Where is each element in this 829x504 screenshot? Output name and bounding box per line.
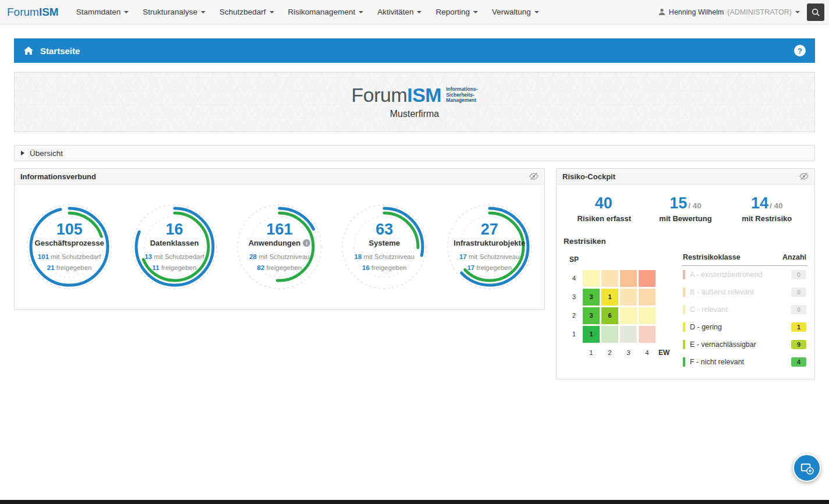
donut-text: 161Anwendungeni28 mit Schutzniveau82 fre… xyxy=(228,221,331,273)
user-menu[interactable]: Henning Wilhelm (ADMINISTRATOR) xyxy=(658,8,800,16)
breadcrumb-bar: Startseite ? xyxy=(14,38,815,63)
app-logo[interactable]: ForumISM xyxy=(7,6,59,19)
chevron-down-icon xyxy=(124,11,129,13)
help-button[interactable]: ? xyxy=(794,45,806,56)
navbar-right: Henning Wilhelm (ADMINISTRATOR) xyxy=(658,3,824,21)
info-icon[interactable]: i xyxy=(303,239,310,247)
matrix-x-tick: 2 xyxy=(601,349,618,356)
chevron-down-icon xyxy=(201,11,206,13)
donut-geschaeftsprozesse[interactable]: 105Geschäftsprozesse101 mit Schutzbedarf… xyxy=(17,195,121,299)
quick-add-button[interactable] xyxy=(793,454,821,482)
menu-verwaltung[interactable]: Verwaltung xyxy=(485,0,546,24)
matrix-cell[interactable] xyxy=(583,270,600,287)
informationsverbund-header: Informationsverbund xyxy=(15,169,544,184)
matrix-cell[interactable]: 3 xyxy=(583,307,600,324)
matrix-cell[interactable] xyxy=(620,307,637,324)
legend-label: F - nicht relevant xyxy=(690,358,787,366)
menu-risikomanagement[interactable]: Risikomanagement xyxy=(281,0,371,24)
donut-name: Infrastrukturobjekte xyxy=(438,239,541,247)
donut-line1: 28 mit Schutzniveau xyxy=(228,251,331,262)
matrix-cell[interactable] xyxy=(639,270,656,287)
donut-name: Systeme xyxy=(332,239,436,247)
matrix-cell[interactable] xyxy=(601,270,618,287)
risiko-cockpit-header: Risiko-Cockpit xyxy=(557,169,814,184)
matrix-cell[interactable]: 1 xyxy=(601,289,618,306)
donut-infrastrukturobjekte[interactable]: 27Infrastrukturobjekte17 mit Schutznivea… xyxy=(438,195,541,299)
matrix-cell[interactable] xyxy=(620,326,637,343)
matrix-cell[interactable]: 6 xyxy=(601,307,618,324)
legend-count-badge: 0 xyxy=(791,270,806,279)
menu-schutzbedarf[interactable]: Schutzbedarf xyxy=(212,0,281,24)
overview-toggle[interactable]: Übersicht xyxy=(14,145,815,161)
legend-label: E - vernachlässigbar xyxy=(690,340,787,349)
matrix-y-axis-label: SP xyxy=(567,255,581,264)
informationsverbund-title: Informationsverbund xyxy=(20,172,96,181)
window-plus-icon xyxy=(799,461,814,475)
matrix-cell[interactable] xyxy=(620,270,637,287)
donut-systeme[interactable]: 63Systeme18 mit Schutzniveau16 freigegeb… xyxy=(332,195,436,299)
risk-matrix-area: SP4331236111234EW Restrisikoklasse Anzah… xyxy=(564,251,807,371)
home-icon[interactable] xyxy=(23,46,34,55)
stat-value: 40 xyxy=(595,194,612,212)
risk-matrix: SP4331236111234EW xyxy=(567,251,674,371)
donut-line2: 16 freigegeben xyxy=(332,262,436,273)
user-icon xyxy=(658,8,665,16)
overview-label: Übersicht xyxy=(30,149,63,158)
legend-count-badge: 1 xyxy=(791,322,806,332)
hide-panel-button[interactable] xyxy=(529,172,539,180)
donut-line1: 13 mit Schutzbedarf xyxy=(123,251,226,262)
matrix-cell[interactable]: 3 xyxy=(583,289,600,306)
donut-total: 105 xyxy=(17,221,121,239)
menu-reporting[interactable]: Reporting xyxy=(428,0,485,24)
top-navbar: ForumISM StammdatenStrukturanalyseSchutz… xyxy=(0,0,829,24)
menu-label: Strukturanalyse xyxy=(143,8,197,16)
donut-total: 16 xyxy=(123,221,226,239)
company-name: Musterfirma xyxy=(390,109,439,119)
donut-name: Datenklassen xyxy=(123,239,226,247)
legend-row: A - existenzbedrohend0 xyxy=(682,266,807,283)
menu-label: Reporting xyxy=(435,8,470,16)
collapse-arrow-icon xyxy=(21,151,24,155)
tagline-line: Management xyxy=(446,98,477,104)
matrix-y-tick: 3 xyxy=(567,293,581,300)
matrix-cell[interactable] xyxy=(639,326,656,343)
legend-color-bar xyxy=(683,305,685,314)
stat-suffix: / 40 xyxy=(770,201,783,210)
matrix-cell[interactable]: 1 xyxy=(583,326,600,343)
donut-anwendungen[interactable]: 161Anwendungeni28 mit Schutzniveau82 fre… xyxy=(228,195,331,299)
legend-header: Restrisikoklasse Anzahl xyxy=(682,252,807,266)
matrix-cell[interactable] xyxy=(639,289,656,306)
matrix-cell[interactable] xyxy=(639,307,656,324)
menu-label: Risikomanagement xyxy=(288,8,356,16)
search-icon xyxy=(811,8,820,17)
hide-panel-button[interactable] xyxy=(799,172,809,180)
search-button[interactable] xyxy=(807,3,824,21)
user-role: (ADMINISTRATOR) xyxy=(727,8,792,16)
legend-rows: A - existenzbedrohend0B - äußerst releva… xyxy=(682,266,807,371)
menu-label: Schutzbedarf xyxy=(219,8,266,16)
hero-brand: ForumISM Informations- Sicherheits- Mana… xyxy=(352,85,478,105)
donut-text: 16Datenklassen13 mit Schutzbedarf11 frei… xyxy=(123,221,226,273)
donut-row: 105Geschäftsprozesse101 mit Schutzbedarf… xyxy=(15,184,544,309)
legend-row: D - gering1 xyxy=(682,318,807,336)
legend-count-badge: 0 xyxy=(791,305,806,314)
donut-text: 105Geschäftsprozesse101 mit Schutzbedarf… xyxy=(17,221,121,273)
matrix-cell[interactable] xyxy=(620,289,637,306)
stat-label: mit Restrisiko xyxy=(726,214,807,223)
bottom-bar xyxy=(0,500,829,504)
menu-aktivitäten[interactable]: Aktivitäten xyxy=(370,0,428,24)
legend-label: C - relevant xyxy=(690,306,787,314)
legend-count-badge: 4 xyxy=(791,357,806,367)
matrix-y-tick: 1 xyxy=(567,331,581,338)
donut-line2: 11 freigegeben xyxy=(123,262,226,273)
menu-stammdaten[interactable]: Stammdaten xyxy=(69,0,136,24)
matrix-cell[interactable] xyxy=(601,326,618,343)
hero-logo: ForumISM xyxy=(352,85,442,105)
menu-label: Aktivitäten xyxy=(377,8,413,16)
donut-name: Geschäftsprozesse xyxy=(17,239,121,247)
donut-datenklassen[interactable]: 16Datenklassen13 mit Schutzbedarf11 frei… xyxy=(123,195,226,299)
menu-strukturanalyse[interactable]: Strukturanalyse xyxy=(136,0,212,24)
legend-label: B - äußerst relevant xyxy=(690,288,787,296)
matrix-x-tick: 1 xyxy=(583,349,600,356)
legend-color-bar xyxy=(683,322,685,332)
